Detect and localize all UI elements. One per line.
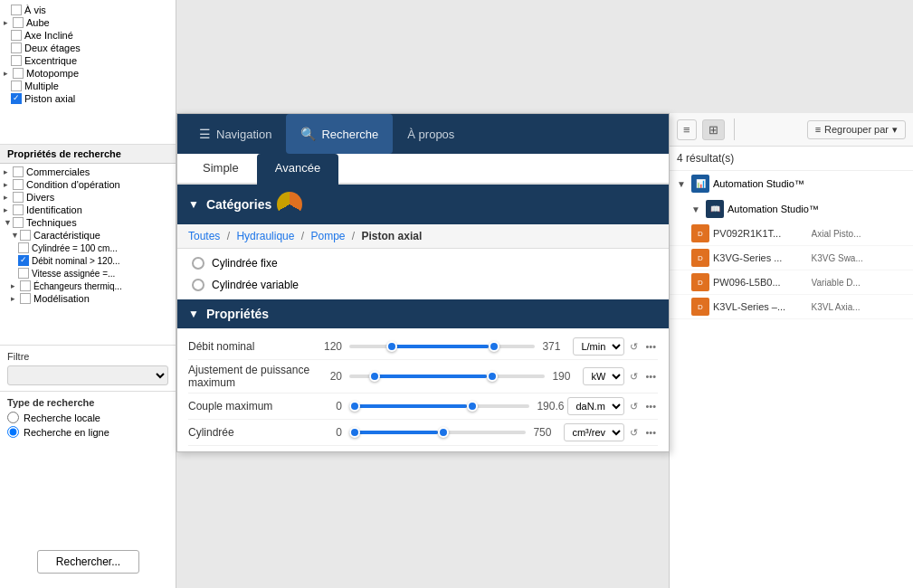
prop-min-cylindree: 0	[315, 426, 342, 439]
prop-min-ajustement: 20	[315, 370, 342, 383]
checkbox-piston[interactable]	[11, 93, 22, 104]
subgroup1-arrow: ▼	[691, 204, 702, 214]
right-panel: ≡ ⊞ ≡ Regrouper par ▾ 4 résultat(s) ▼ 📊 …	[669, 113, 913, 588]
prop-min-debit: 120	[315, 340, 342, 353]
subgroup1-label: Automation Studio™	[728, 204, 819, 214]
unit-select-debit[interactable]: L/min	[573, 337, 624, 356]
more-ajustement[interactable]: •••	[643, 369, 658, 384]
unit-select-ajustement[interactable]: kW	[583, 367, 624, 385]
result-subgroup-1[interactable]: ▼ 📖 Automation Studio™	[670, 196, 913, 222]
tree-item-avis[interactable]: À vis	[0, 4, 176, 16]
more-cylindree[interactable]: •••	[643, 425, 658, 440]
slider-thumb-right-cylindree[interactable]	[438, 427, 449, 438]
tree-props-cylindree[interactable]: Cylindrée = 100 cm...	[0, 242, 176, 254]
slider-thumb-left-debit[interactable]	[386, 341, 397, 352]
tab-simple[interactable]: Simple	[185, 154, 257, 185]
result-group-1[interactable]: ▼ 📊 Automation Studio™	[670, 171, 913, 196]
expand-aube[interactable]: ▸	[4, 18, 13, 27]
checkbox-axe[interactable]	[11, 30, 22, 41]
result-item-1[interactable]: D PV092R1K1T... Axial Pisto...	[670, 222, 913, 246]
tree-item-piston[interactable]: Piston axial	[0, 92, 176, 105]
tree-item-axe[interactable]: Axe Incliné	[0, 29, 176, 42]
reset-debit[interactable]: ↺	[628, 339, 640, 355]
prop-label-debit: Débit nominal	[188, 340, 315, 353]
properties-header[interactable]: ▼ Propriétés	[177, 299, 669, 328]
tree-props-divers[interactable]: ▸ Divers	[0, 191, 176, 204]
slider-thumb-left-cylindree[interactable]	[349, 427, 360, 438]
tree-label-axe: Axe Incliné	[24, 30, 73, 41]
expand-motopompe[interactable]: ▸	[4, 69, 13, 78]
checkbox-motopompe[interactable]	[13, 68, 24, 79]
filter-select[interactable]	[7, 365, 168, 385]
tree-props-echangeurs[interactable]: ▸ Échangeurs thermiq...	[0, 280, 176, 292]
search-btn-container: Rechercher...	[0, 550, 176, 574]
tree-props-techniques[interactable]: ▼ Techniques	[0, 216, 176, 229]
radio-fixe[interactable]	[192, 257, 204, 270]
slider-couple[interactable]	[349, 397, 529, 415]
group-by-icon: ≡	[815, 124, 821, 135]
tab-avancee[interactable]: Avancée	[257, 154, 338, 185]
result-item-3[interactable]: D PW096-L5B0... Variable D...	[670, 270, 913, 295]
result-name-2: K3VG-Series ...	[713, 252, 808, 263]
tree-props-condition[interactable]: ▸ Condition d'opération	[0, 178, 176, 191]
checkbox-deux[interactable]	[11, 43, 22, 53]
tree-props-vitesse[interactable]: Vitesse assignée =...	[0, 267, 176, 280]
slider-cylindree[interactable]	[349, 423, 526, 441]
breadcrumb-pompe[interactable]: Pompe	[310, 230, 345, 242]
tree-item-motopompe[interactable]: ▸ Motopompe	[0, 67, 176, 80]
reset-ajustement[interactable]: ↺	[628, 369, 640, 384]
tree-props-modelisation[interactable]: ▸ Modélisation	[0, 292, 176, 305]
more-debit[interactable]: •••	[643, 339, 658, 354]
tree-props-caracteristique[interactable]: ▼ Caractéristique	[0, 229, 176, 242]
breadcrumb-hydraulique[interactable]: Hydraulique	[236, 230, 294, 242]
nav-navigation-label: Navigation	[216, 128, 271, 141]
reset-cylindree[interactable]: ↺	[628, 425, 640, 441]
nav-recherche[interactable]: 🔍 Recherche	[286, 114, 393, 154]
category-option-variable[interactable]: Cylindrée variable	[188, 274, 658, 296]
tree-props-commerciales[interactable]: ▸ Commerciales	[0, 166, 176, 178]
slider-thumb-right-ajustement[interactable]	[487, 371, 498, 382]
unit-select-couple[interactable]: daN.m	[567, 397, 624, 415]
tree-item-deux[interactable]: Deux étages	[0, 42, 176, 54]
search-button[interactable]: Rechercher...	[37, 550, 139, 574]
checkbox-avis[interactable]	[11, 5, 22, 15]
prop-actions-debit: ↺ •••	[628, 339, 658, 355]
nav-bar: ☰ Navigation 🔍 Recherche À propos	[177, 114, 669, 154]
results-count: 4 résultat(s)	[670, 147, 913, 171]
group1-icon: 📊	[691, 175, 709, 193]
group-by-btn[interactable]: ≡ Regrouper par ▾	[807, 120, 906, 139]
checkbox-excentrique[interactable]	[11, 55, 22, 66]
result-item-2[interactable]: D K3VG-Series ... K3VG Swa...	[670, 246, 913, 270]
unit-select-cylindree[interactable]: cm³/rev	[564, 423, 624, 441]
category-option-fixe[interactable]: Cylindrée fixe	[188, 252, 658, 274]
reset-couple[interactable]: ↺	[628, 399, 640, 414]
checkbox-multiple[interactable]	[11, 81, 22, 91]
radio-variable[interactable]	[192, 279, 204, 291]
list-view-btn[interactable]: ≡	[677, 119, 697, 140]
slider-thumb-right-couple[interactable]	[467, 401, 478, 412]
more-couple[interactable]: •••	[643, 399, 658, 413]
slider-debit[interactable]	[349, 337, 535, 356]
slider-ajustement[interactable]	[349, 367, 545, 385]
tree-item-aube[interactable]: ▸ Aube	[0, 16, 176, 29]
nav-navigation[interactable]: ☰ Navigation	[185, 114, 286, 154]
radio-ligne[interactable]: Recherche en ligne	[7, 426, 168, 438]
slider-thumb-left-couple[interactable]	[349, 401, 360, 412]
search-type-section: Type de recherche Recherche locale Reche…	[0, 391, 176, 446]
result-icon-3: D	[691, 273, 709, 291]
result-item-4[interactable]: D K3VL-Series –... K3VL Axia...	[670, 295, 913, 319]
tree-props-debit[interactable]: Débit nominal > 120...	[0, 254, 176, 267]
slider-thumb-left-ajustement[interactable]	[369, 371, 380, 382]
results-tree: ▼ 📊 Automation Studio™ ▼ 📖 Automation St…	[670, 171, 913, 319]
nav-apropos[interactable]: À propos	[393, 114, 469, 154]
slider-thumb-right-debit[interactable]	[489, 341, 499, 352]
tree-item-excentrique[interactable]: Excentrique	[0, 54, 176, 67]
tree-props-identification[interactable]: ▸ Identification	[0, 204, 176, 216]
categories-header[interactable]: ▼ Catégories	[177, 185, 669, 224]
breadcrumb-toutes[interactable]: Toutes	[188, 230, 220, 242]
tree-label-aube: Aube	[26, 17, 50, 28]
tree-item-multiple[interactable]: Multiple	[0, 80, 176, 92]
grid-view-btn[interactable]: ⊞	[702, 119, 725, 140]
radio-locale[interactable]: Recherche locale	[7, 412, 168, 423]
checkbox-aube[interactable]	[13, 17, 24, 28]
